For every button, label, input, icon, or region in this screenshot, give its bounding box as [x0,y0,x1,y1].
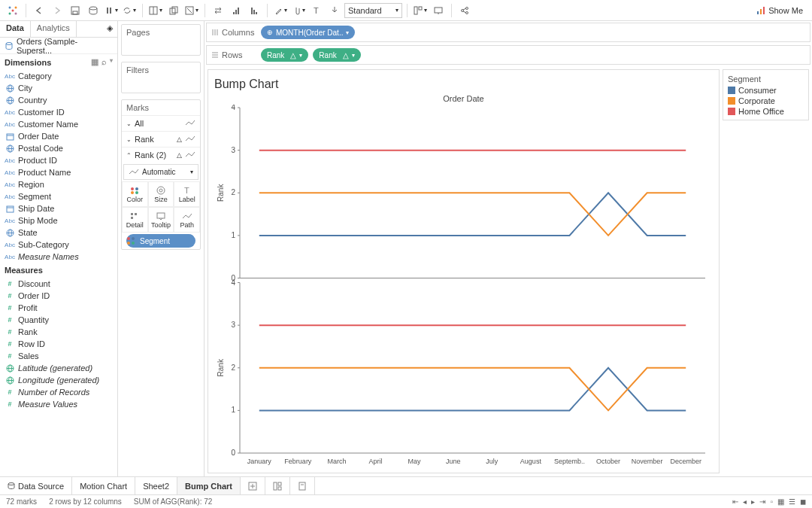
new-datasource-icon[interactable] [85,2,102,19]
view-full-icon[interactable]: ◼ [800,497,806,506]
field-number-of-records[interactable]: #Number of Records [0,386,117,398]
sort-desc-icon[interactable] [246,2,262,19]
legend-item-consumer[interactable]: Consumer [726,85,805,96]
field-discount[interactable]: #Discount [0,278,117,290]
field-order-id[interactable]: #Order ID [0,290,117,302]
marks-type-select[interactable]: Automatic▾ [123,164,198,180]
field-longitude-generated-[interactable]: Longitude (generated) [0,374,117,386]
datasource-item[interactable]: Orders (Sample-Superst... [0,38,117,54]
columns-shelf[interactable]: Columns ⊕MONTH(Order Dat..▾ [206,23,810,42]
field-customer-id[interactable]: AbcCustomer ID [0,106,117,118]
fit-mode-select[interactable]: Standard▾ [344,3,402,18]
search-icon[interactable]: ⌕ [102,57,107,67]
presentation-icon[interactable] [430,2,447,19]
connect-icon[interactable]: ◈ [102,21,117,37]
save-icon[interactable] [67,2,83,19]
field-rank[interactable]: #Rank [0,326,117,338]
marks-size[interactable]: Size [148,181,174,207]
tab-motion-chart[interactable]: Motion Chart [72,477,135,495]
back-icon[interactable] [31,2,47,19]
marks-label[interactable]: TLabel [174,181,200,207]
forward-icon[interactable] [49,2,65,19]
nav-last-icon[interactable]: ⇥ [759,497,765,506]
field-segment[interactable]: AbcSegment [0,190,117,202]
field-city[interactable]: City [0,82,117,94]
rows-pill-1[interactable]: Rank△▾ [261,48,308,62]
segment-color-pill[interactable]: Segment [126,234,195,248]
pause-updates-icon[interactable]: ▾ [103,2,120,19]
field-profit[interactable]: #Profit [0,302,117,314]
field-product-name[interactable]: AbcProduct Name [0,166,117,178]
marks-path[interactable]: Path [174,207,200,233]
field-country[interactable]: Country [0,94,117,106]
marks-rank2[interactable]: ⌃Rank (2)△ [122,147,200,163]
highlight-icon[interactable]: ▾ [272,2,289,19]
show-cards-icon[interactable]: ▾ [412,2,429,19]
field-customer-name[interactable]: AbcCustomer Name [0,118,117,130]
field-row-id[interactable]: #Row ID [0,338,117,350]
view-small-icon[interactable]: ▫ [770,497,773,506]
field-region[interactable]: AbcRegion [0,178,117,190]
rows-pill-2[interactable]: Rank△▾ [313,48,360,62]
sort-asc-icon[interactable] [228,2,244,19]
legend-item-corporate[interactable]: Corporate [726,96,805,106]
field-ship-date[interactable]: Ship Date [0,202,117,214]
field-quantity[interactable]: #Quantity [0,314,117,326]
field-measure-values[interactable]: #Measure Values [0,398,117,410]
tab-datasource[interactable]: Data Source [0,477,72,495]
database-icon [5,41,14,50]
view-grid-icon[interactable]: ▦ [777,497,784,506]
legend-item-home-office[interactable]: Home Office [726,106,805,117]
chart-canvas[interactable]: Bump Chart Order Date 01234Rank01234Rank… [208,69,720,473]
svg-point-63 [157,187,165,194]
field-measure-names[interactable]: AbcMeasure Names [0,251,117,263]
pages-shelf[interactable]: Pages [121,24,201,56]
pin-icon[interactable] [326,2,343,19]
field-sub-category[interactable]: AbcSub-Category [0,239,117,251]
new-dashboard-button[interactable] [265,477,290,495]
view-list-icon[interactable]: ☰ [789,497,795,506]
text-icon[interactable]: T [308,2,325,19]
measures-list: #Discount#Order ID#Profit#Quantity#Rank#… [0,278,117,410]
chart-title[interactable]: Bump Chart [214,76,713,93]
menu-icon[interactable]: ▾ [110,57,113,67]
refresh-icon[interactable]: ▾ [121,2,138,19]
filters-shelf[interactable]: Filters [121,62,201,93]
new-story-button[interactable] [290,477,315,495]
field-ship-mode[interactable]: AbcShip Mode [0,214,117,227]
swap-icon[interactable] [210,2,226,19]
field-latitude-generated-[interactable]: Latitude (generated) [0,362,117,374]
svg-text:April: April [369,458,383,465]
new-worksheet-icon[interactable]: ▾ [147,2,164,19]
new-worksheet-button[interactable] [241,477,265,495]
clear-icon[interactable]: ▾ [183,2,200,19]
nav-first-icon[interactable]: ⇤ [732,497,738,506]
marks-all[interactable]: ⌄All [122,115,200,131]
duplicate-icon[interactable] [165,2,182,19]
marks-detail[interactable]: Detail [122,207,148,233]
svg-point-0 [9,6,11,8]
field-product-id[interactable]: AbcProduct ID [0,154,117,166]
field-sales[interactable]: #Sales [0,350,117,362]
attach-icon[interactable]: ▾ [290,2,307,19]
tab-data[interactable]: Data [0,21,31,37]
marks-tooltip[interactable]: Tooltip [148,207,174,233]
field-postal-code[interactable]: Postal Code [0,142,117,154]
marks-rank1[interactable]: ⌄Rank△ [122,131,200,147]
nav-prev-icon[interactable]: ◂ [743,497,747,506]
tab-analytics[interactable]: Analytics [31,21,77,37]
marks-color[interactable]: Color [122,181,148,207]
field-order-date[interactable]: Order Date [0,130,117,142]
rows-shelf[interactable]: Rows Rank△▾ Rank△▾ [206,45,810,65]
tab-sheet2[interactable]: Sheet2 [135,477,177,495]
share-icon[interactable] [456,2,473,19]
logo-icon[interactable] [5,2,21,19]
field-state[interactable]: State [0,227,117,239]
columns-pill[interactable]: ⊕MONTH(Order Dat..▾ [261,26,355,39]
nav-next-icon[interactable]: ▸ [751,497,755,506]
view-grid-icon[interactable]: ▦ [91,57,98,67]
svg-rect-67 [131,217,133,219]
field-category[interactable]: AbcCategory [0,70,117,82]
tab-bump-chart[interactable]: Bump Chart [177,477,241,495]
show-me-button[interactable]: Show Me [752,5,807,17]
